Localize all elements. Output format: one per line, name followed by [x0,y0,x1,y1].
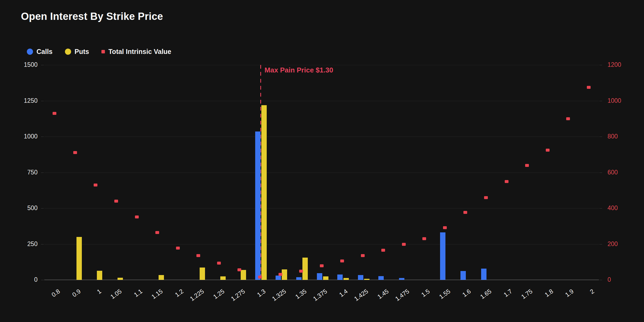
put-bar [159,275,164,280]
x-axis-tick-label: 1.375 [312,288,328,303]
grid-line [44,244,599,244]
y-axis-tick-label-right: 600 [608,169,618,176]
tiv-point [258,276,262,279]
y-axis-tick-label-left: 250 [8,240,38,248]
y-axis-tick-label-right: 800 [608,133,618,140]
tiv-point [279,273,282,276]
x-axis-tick-label: 1.325 [271,288,287,303]
tiv-point [53,112,56,115]
y-axis-tick-label-left: 750 [8,169,38,176]
call-bar [276,276,281,280]
tiv-point [196,254,200,257]
plot-area: 0250500750100012501500020040060080010001… [0,0,644,322]
x-axis-tick-label: 0.8 [50,288,61,299]
tiv-point [505,180,508,183]
call-bar [399,278,404,280]
x-axis-tick-label: 1.425 [353,288,369,303]
tiv-point [463,211,467,214]
y-axis-tick-label-left: 500 [8,204,38,212]
x-axis-tick-label: 1.25 [212,288,226,301]
tiv-point [299,270,303,273]
x-axis-tick-label: 2 [588,288,595,295]
tiv-point [237,268,241,271]
grid-line [44,208,599,208]
x-axis-tick-label: 1 [96,288,103,295]
x-axis-tick-label: 1.1 [133,288,144,299]
right-tick-mark [599,208,602,208]
grid-line [44,101,599,101]
y-axis-tick-label-left: 0 [8,276,38,283]
tiv-point [94,184,97,186]
call-bar [481,269,486,280]
grid-line [44,65,599,65]
tiv-point [114,200,118,203]
tiv-point [546,149,550,152]
right-tick-mark [599,244,602,244]
x-axis-tick-label: 1.9 [564,288,575,299]
x-axis-tick-label: 1.275 [230,288,246,303]
x-axis-tick-label: 1.3 [256,288,267,299]
left-tick-mark [41,101,44,101]
left-tick-mark [41,208,44,208]
tiv-point [135,215,139,218]
x-axis-tick-label: 1.4 [338,288,349,299]
right-tick-mark [599,173,602,173]
tiv-point [587,86,591,89]
call-bar [358,275,363,280]
put-bar [261,105,267,280]
left-tick-mark [41,65,44,65]
call-bar [317,273,322,280]
y-axis-tick-label-left: 1000 [8,133,38,140]
tiv-point [176,247,180,250]
y-axis-tick-label-left: 1500 [8,61,38,68]
tiv-point [402,243,406,246]
tiv-point [320,264,324,267]
x-axis-tick-label: 1.225 [189,288,205,303]
y-axis-tick-label-right: 1200 [608,61,621,68]
left-tick-mark [41,173,44,173]
call-bar [440,232,445,280]
put-bar [282,269,287,280]
x-axis-tick-label: 1.05 [109,288,123,301]
put-bar [323,276,328,280]
tiv-point [566,117,570,120]
put-bar [302,258,308,280]
max-pain-label: Max Pain Price $1.30 [265,66,333,74]
grid-line [44,137,599,137]
call-bar [460,271,466,280]
left-tick-mark [41,280,44,280]
left-tick-mark [41,137,44,137]
call-bar [296,277,302,280]
y-axis-tick-label-right: 0 [608,276,611,283]
y-axis-tick-label-right: 400 [608,204,618,212]
left-tick-mark [41,244,44,244]
x-axis-tick-label: 1.55 [438,288,452,301]
right-tick-mark [599,280,602,280]
x-axis-tick-label: 1.475 [394,288,411,303]
tiv-point [422,237,426,240]
put-bar [364,279,369,280]
tiv-point [155,231,159,234]
put-bar [241,270,246,280]
put-bar [200,268,205,280]
call-bar [337,275,343,280]
x-axis-tick-label: 1.2 [174,288,185,299]
right-tick-mark [599,137,602,137]
right-tick-mark [599,65,602,65]
x-axis-tick-label: 1.45 [376,288,390,301]
x-axis-tick-label: 0.9 [71,288,82,299]
tiv-point [340,259,344,262]
x-axis-tick-label: 1.7 [502,288,514,299]
tiv-point [361,254,365,257]
call-bar [255,131,261,280]
tiv-point [73,151,77,154]
right-tick-mark [599,101,602,101]
x-axis-tick-label: 1.6 [461,288,473,299]
x-axis-tick-label: 1.65 [479,288,493,301]
call-bar [378,276,384,280]
put-bar [343,278,349,280]
put-bar [118,278,123,280]
y-axis-tick-label-right: 200 [608,240,618,248]
x-axis-tick-label: 1.15 [150,288,164,301]
y-axis-tick-label-left: 1250 [8,97,38,104]
